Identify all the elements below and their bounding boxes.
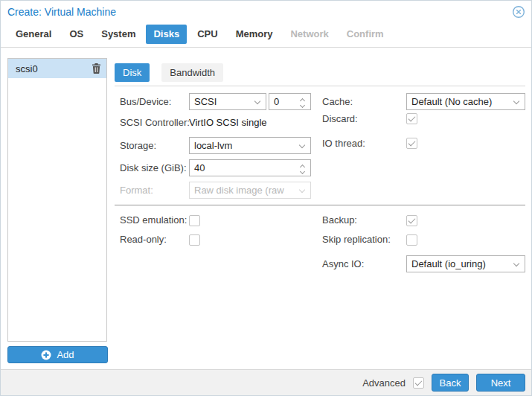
disk-subtabs: Disk Bandwidth (115, 63, 223, 82)
tab-network: Network (283, 25, 336, 44)
bus-number-value: 0 (274, 96, 279, 107)
disk-list-item-scsi0[interactable]: scsi0 (8, 59, 106, 78)
add-button-label: Add (57, 349, 74, 360)
backup-label: Backup: (322, 214, 357, 226)
format-value: Raw disk image (raw (194, 185, 284, 196)
chevron-down-icon (513, 261, 519, 266)
advanced-checkbox[interactable] (413, 377, 424, 389)
tab-cpu[interactable]: CPU (190, 25, 225, 44)
async-io-label: Async IO: (322, 255, 364, 272)
backup-checkbox[interactable] (406, 215, 417, 226)
io-thread-label: IO thread: (322, 137, 365, 150)
wizard-tabbar: General OS System Disks CPU Memory Netwo… (8, 25, 391, 44)
storage-value: local-lvm (194, 140, 232, 151)
cache-value: Default (No cache) (411, 96, 492, 107)
discard-checkbox[interactable] (406, 113, 417, 124)
back-button[interactable]: Back (432, 374, 469, 392)
ssd-emulation-label: SSD emulation: (120, 214, 187, 226)
subtab-divider (115, 86, 525, 86)
async-io-value: Default (io_uring) (411, 258, 486, 269)
dialog-title: Create: Virtual Machine (7, 6, 116, 18)
subtab-bandwidth[interactable]: Bandwidth (161, 63, 223, 82)
format-combo: Raw disk image (raw (189, 182, 311, 199)
bus-device-label: Bus/Device: (120, 93, 171, 110)
ssd-emulation-checkbox[interactable] (189, 215, 200, 226)
format-label: Format: (120, 182, 153, 199)
create-vm-dialog: Create: Virtual Machine General OS Syste… (0, 0, 532, 396)
async-io-combo[interactable]: Default (io_uring) (406, 255, 525, 272)
add-disk-button[interactable]: Add (7, 346, 108, 363)
chevron-down-icon (299, 142, 305, 148)
disk-size-spinner[interactable]: 40 (189, 159, 311, 176)
tab-memory[interactable]: Memory (228, 25, 281, 44)
next-button[interactable]: Next (476, 374, 525, 392)
bus-device-combo[interactable]: SCSI (189, 93, 266, 110)
tab-general[interactable]: General (8, 25, 59, 44)
tabbar-divider (1, 47, 531, 48)
chevron-down-icon (513, 98, 519, 104)
cache-label: Cache: (322, 93, 353, 110)
tab-system[interactable]: System (94, 25, 143, 44)
chevron-down-icon (300, 169, 305, 174)
disk-size-value: 40 (194, 162, 205, 173)
plus-circle-icon (41, 350, 51, 360)
cache-combo[interactable]: Default (No cache) (406, 93, 525, 110)
storage-label: Storage: (120, 137, 156, 154)
disk-item-label: scsi0 (8, 63, 92, 74)
disk-list-panel: scsi0 (7, 58, 107, 342)
dialog-footer: Advanced Back Next (1, 369, 531, 395)
close-icon[interactable] (512, 5, 525, 19)
disk-size-label: Disk size (GiB): (120, 159, 187, 176)
scsi-controller-value: VirtIO SCSI single (189, 114, 267, 131)
scsi-controller-label: SCSI Controller: (120, 114, 190, 131)
tab-disks[interactable]: Disks (146, 25, 187, 44)
io-thread-checkbox[interactable] (406, 138, 417, 149)
subtab-disk[interactable]: Disk (115, 63, 150, 82)
discard-label: Discard: (322, 112, 358, 125)
skip-replication-label: Skip replication: (322, 233, 391, 246)
bus-device-value: SCSI (194, 96, 217, 107)
tab-confirm: Confirm (339, 25, 391, 44)
skip-replication-checkbox[interactable] (406, 234, 417, 246)
chevron-down-icon (254, 98, 260, 104)
advanced-label: Advanced (362, 377, 406, 389)
read-only-checkbox[interactable] (189, 234, 200, 246)
storage-combo[interactable]: local-lvm (189, 137, 311, 154)
trash-icon[interactable] (92, 63, 101, 74)
tab-os[interactable]: OS (62, 25, 91, 44)
read-only-label: Read-only: (120, 233, 167, 246)
chevron-down-icon (299, 187, 305, 193)
form-separator (115, 205, 525, 205)
chevron-down-icon (300, 103, 305, 108)
bus-number-spinner[interactable]: 0 (269, 93, 311, 110)
